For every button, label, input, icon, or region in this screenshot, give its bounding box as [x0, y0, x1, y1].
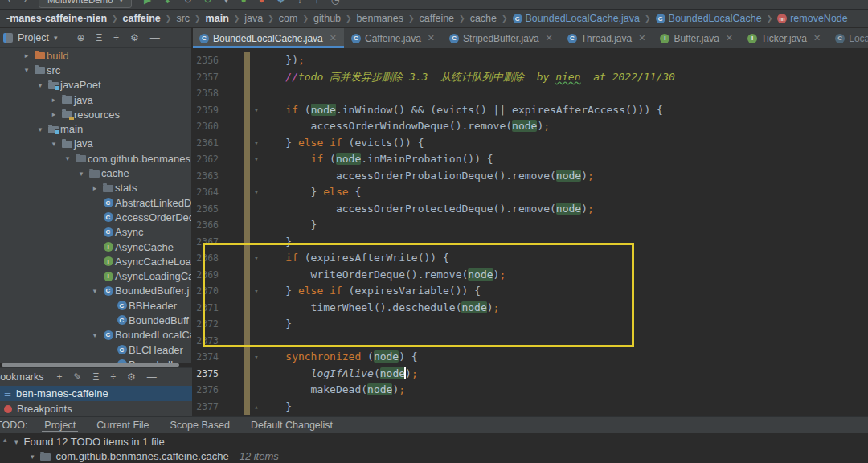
settings-icon[interactable]: ⚙	[130, 32, 139, 43]
tree-item-resources[interactable]: ▸resources	[0, 107, 192, 121]
collapse-all-icon[interactable]: Ξ	[93, 371, 100, 383]
chevron-down-icon[interactable]: ▾	[31, 453, 35, 461]
tree-item-abstractlinkedd[interactable]: CAbstractLinkedD	[0, 195, 192, 210]
editor-tab[interactable]: ITicker.java✕	[740, 28, 828, 48]
chevron-down-icon[interactable]: ▾	[20, 66, 33, 74]
history-icon[interactable]: ◷	[331, 0, 339, 5]
tree-item-src[interactable]: ▾src	[0, 63, 192, 77]
close-icon[interactable]: ✕	[546, 33, 553, 43]
editor-tab[interactable]: CCaffeine.java✕	[344, 28, 442, 48]
code-line[interactable]: 2366 }	[193, 217, 868, 234]
tree-item-main[interactable]: ▾main	[0, 121, 192, 136]
code-line[interactable]: 2360 accessOrderWindowDeque().remove(nod…	[193, 118, 868, 135]
chevron-right-icon[interactable]: ▸	[47, 110, 60, 118]
tree-horizontal-scrollbar[interactable]	[2, 363, 179, 367]
tree-item-asynccache[interactable]: IAsyncCache	[0, 240, 192, 254]
chevron-down-icon[interactable]: ▾	[75, 170, 88, 178]
breadcrumb-item[interactable]: github	[313, 13, 341, 24]
rerun-icon[interactable]: ↻	[183, 0, 191, 5]
todo-result-row[interactable]: ▾Found 12 TODO items in 1 file	[14, 436, 165, 448]
editor-tab[interactable]: CThread.java✕	[560, 28, 653, 48]
tree-item-boundedbuff[interactable]: CBoundedBuff	[0, 313, 192, 327]
todo-filter-icon[interactable]: ▴	[3, 436, 7, 444]
breadcrumb-item[interactable]: CBoundedLocalCache	[656, 13, 762, 24]
code-editor[interactable]: 2356 });2357 //todo 高并发异步删除 3.3 从统计队列中删除…	[193, 48, 868, 416]
breadcrumb-item[interactable]: cache	[470, 13, 497, 24]
chevron-right-icon[interactable]: ▸	[20, 51, 33, 59]
close-icon[interactable]: ✕	[428, 33, 435, 43]
breadcrumb-item[interactable]: CBoundedLocalCache.java	[513, 13, 640, 24]
chevron-down-icon[interactable]: ▾	[54, 34, 58, 42]
tree-item-javapoet[interactable]: ▾javaPoet	[0, 78, 192, 92]
search-everywhere-icon[interactable]: ❖	[276, 0, 285, 5]
editor-tab[interactable]: CStripedBuffer.java✕	[442, 28, 560, 48]
expand-all-icon[interactable]: ÷	[110, 371, 116, 383]
tree-item-bbheader[interactable]: CBBHeader	[0, 298, 192, 313]
todo-tab-project[interactable]: Project	[34, 417, 86, 433]
close-icon[interactable]: ✕	[330, 33, 337, 43]
code-line[interactable]: 2361▾ } else if (evicts()) {	[193, 135, 868, 152]
code-line[interactable]: 2359▾ if (node.inWindow() && (evicts() |…	[193, 102, 868, 119]
tree-item-asyncloadingca[interactable]: IAsyncLoadingCa	[0, 268, 192, 283]
back-icon[interactable]: ‹	[8, 0, 11, 5]
breadcrumb-item[interactable]: -manes-caffeine-nien	[6, 13, 107, 24]
chevron-down-icon[interactable]: ▾	[14, 438, 18, 446]
run-config-select[interactable]: MultiWriteDemo▾	[39, 0, 132, 8]
vcs-update-icon[interactable]: ↓	[297, 0, 302, 5]
editor-tab[interactable]: CBoundedLocalCache.java✕	[192, 28, 344, 48]
chevron-down-icon[interactable]: ▾	[34, 81, 47, 89]
code-line[interactable]: 2375 logIfAlive(node);	[193, 366, 868, 383]
editor-tab[interactable]: IBuffer.java✕	[653, 28, 740, 48]
breadcrumb-item[interactable]: com	[279, 13, 298, 24]
breadcrumb-item[interactable]: caffeine	[420, 13, 455, 24]
close-icon[interactable]: ✕	[638, 33, 645, 43]
breadcrumb-item[interactable]: src	[176, 13, 190, 24]
bookmarks-list-item[interactable]: ☰ben-manes-caffeine	[0, 386, 192, 401]
tree-item-blcheader[interactable]: CBLCHeader	[0, 342, 192, 357]
hide-panel-icon[interactable]: —	[150, 32, 160, 43]
coverage-icon[interactable]: ↺	[203, 0, 211, 5]
chevron-down-icon[interactable]: ▾	[47, 140, 60, 148]
expand-icon[interactable]: ÷	[113, 32, 119, 43]
collapse-all-icon[interactable]: Ξ	[96, 32, 103, 43]
tree-item-boundedloc[interactable]: CBoundedLoc	[0, 357, 192, 363]
tree-item-boundedbuffer-j[interactable]: ▾CBoundedBuffer.j	[0, 284, 192, 298]
close-icon[interactable]: ✕	[726, 33, 733, 43]
chevron-right-icon[interactable]: ▸	[47, 96, 60, 104]
todo-result-row[interactable]: ▾com.github.benmanes.caffeine.cache12 it…	[31, 450, 279, 462]
close-icon[interactable]: ✕	[813, 33, 821, 43]
breadcrumb-item[interactable]: benmanes	[357, 13, 403, 24]
chevron-down-icon[interactable]: ▾	[34, 125, 47, 133]
breadcrumb-item[interactable]: caffeine	[123, 13, 161, 24]
code-line[interactable]: 2364▾ } else {	[193, 184, 868, 201]
editor-tab[interactable]: CLocalCacheFa	[828, 28, 868, 48]
profiler-icon[interactable]: ●	[259, 0, 264, 5]
chevron-down-icon[interactable]: ▾	[88, 287, 101, 295]
code-line[interactable]: 2358	[193, 85, 868, 102]
breadcrumb-item[interactable]: main	[206, 13, 229, 24]
forward-icon[interactable]: ›	[23, 0, 27, 5]
edit-description-icon[interactable]: ✎	[74, 371, 82, 383]
code-line[interactable]: 2363 accessOrderProbationDeque().remove(…	[193, 168, 868, 185]
vcs-commit-icon[interactable]: ↑	[314, 0, 319, 5]
tree-item-stats[interactable]: ▸stats	[0, 181, 192, 195]
code-line[interactable]: 2362▾ if (node.inMainProbation()) {	[193, 151, 868, 168]
tree-item-boundedlocalca[interactable]: ▾CBoundedLocalCa	[0, 328, 192, 342]
tree-item-cache[interactable]: ▾cache	[0, 166, 192, 180]
tree-item-build[interactable]: ▸build	[0, 48, 192, 63]
more-run-icon[interactable]: ▾	[224, 0, 229, 5]
todo-tab-scope-based[interactable]: Scope Based	[160, 417, 240, 433]
tree-item-java[interactable]: ▸java	[0, 92, 192, 107]
tree-item-java[interactable]: ▾java	[0, 137, 192, 151]
code-line[interactable]: 2377▴ }	[193, 399, 868, 416]
project-panel-title[interactable]: Project	[18, 32, 49, 43]
code-line[interactable]: 2376 makeDead(node);	[193, 382, 868, 399]
plugin-green-icon[interactable]: ●	[241, 0, 247, 5]
breadcrumb-item[interactable]: mremoveNode	[777, 13, 848, 24]
code-line[interactable]: 2356 });	[193, 52, 868, 69]
tree-item-asynccacheloac[interactable]: IAsyncCacheLoac	[0, 254, 192, 268]
hide-panel-icon[interactable]: —	[147, 371, 157, 383]
tree-item-com-github-benmanes-[interactable]: ▾com.github.benmanes.	[0, 151, 192, 166]
todo-tab-default-changelist[interactable]: Default Changelist	[240, 417, 343, 433]
locate-icon[interactable]: ⊕	[76, 32, 84, 43]
